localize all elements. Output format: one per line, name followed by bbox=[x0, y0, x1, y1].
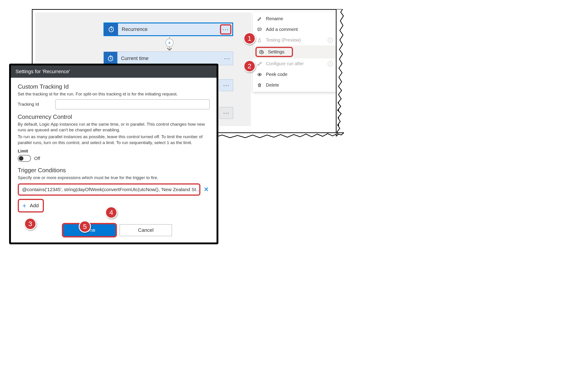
menu-item-settings[interactable]: Settings bbox=[255, 47, 293, 57]
menu-label: Configure run after bbox=[266, 61, 304, 66]
add-condition-button[interactable]: ＋ Add bbox=[18, 199, 44, 212]
callout-5: 5 bbox=[79, 220, 91, 233]
concurrency-desc2: To run as many parallel instances as pos… bbox=[18, 134, 210, 145]
trigger-desc: Specify one or more expressions which mu… bbox=[18, 175, 210, 181]
cancel-button[interactable]: Cancel bbox=[120, 224, 172, 236]
menu-label: Peek code bbox=[266, 72, 287, 77]
card-context-menu: Rename Add a comment Testing (Preview) i bbox=[253, 12, 337, 92]
menu-label: Delete bbox=[266, 83, 279, 88]
svg-point-9 bbox=[259, 74, 260, 75]
limit-toggle[interactable] bbox=[18, 155, 31, 162]
dialog-title: Settings for 'Recurrence' bbox=[11, 65, 217, 78]
plus-icon: ＋ bbox=[21, 201, 28, 210]
card-more-button[interactable]: ··· bbox=[222, 55, 233, 62]
tracking-id-input[interactable] bbox=[56, 99, 210, 109]
limit-state: Off bbox=[34, 156, 40, 161]
limit-label: Limit bbox=[18, 149, 210, 154]
flow-card-title: Recurrence bbox=[118, 26, 220, 32]
comment-icon bbox=[257, 27, 262, 32]
arrow-down-icon bbox=[167, 47, 172, 52]
branch-icon bbox=[257, 62, 262, 66]
gear-icon bbox=[259, 50, 264, 54]
menu-label: Add a comment bbox=[266, 27, 298, 32]
add-label: Add bbox=[30, 203, 39, 209]
callout-4: 4 bbox=[105, 206, 117, 219]
flask-icon bbox=[257, 38, 262, 42]
menu-item-configure-run-after: Configure run after i bbox=[253, 58, 337, 69]
callout-1: 1 bbox=[243, 32, 256, 44]
menu-item-add-comment[interactable]: Add a comment bbox=[253, 24, 337, 35]
trigger-heading: Trigger Conditions bbox=[18, 167, 210, 174]
info-icon[interactable]: i bbox=[328, 38, 333, 43]
menu-label: Rename bbox=[266, 16, 283, 21]
trigger-condition-input[interactable]: @contains('12345', string(dayOfWeek(conv… bbox=[18, 183, 200, 196]
flow-card-recurrence[interactable]: Recurrence ··· bbox=[104, 23, 233, 36]
pencil-icon bbox=[257, 17, 262, 21]
svg-rect-8 bbox=[260, 62, 261, 63]
concurrency-desc1: By default, Logic App instances run at t… bbox=[18, 121, 210, 133]
cancel-label: Cancel bbox=[138, 227, 153, 233]
tracking-heading: Custom Tracking Id bbox=[18, 83, 210, 90]
tracking-desc: Set the tracking id for the run. For spl… bbox=[18, 91, 210, 97]
menu-item-settings-wrapper: Settings bbox=[253, 45, 337, 58]
menu-label: Settings bbox=[268, 49, 284, 55]
callout-2: 2 bbox=[243, 60, 256, 72]
trash-icon bbox=[257, 83, 262, 87]
menu-label: Testing (Preview) bbox=[266, 38, 301, 43]
menu-item-peek-code[interactable]: Peek code bbox=[253, 69, 337, 80]
tracking-id-label: Tracking Id bbox=[18, 102, 52, 107]
flow-card-title: Current time bbox=[117, 56, 222, 61]
menu-item-rename[interactable]: Rename bbox=[253, 14, 337, 24]
flow-card-current-time[interactable]: Current time ··· bbox=[104, 52, 233, 65]
schedule-icon bbox=[104, 52, 117, 65]
delete-condition-button[interactable]: ✕ bbox=[203, 186, 210, 193]
card-more-button[interactable]: ··· bbox=[220, 79, 233, 91]
more-icon: ··· bbox=[223, 26, 229, 33]
concurrency-heading: Concurrency Control bbox=[18, 113, 210, 120]
card-more-button[interactable]: ··· bbox=[220, 107, 233, 119]
info-icon[interactable]: i bbox=[328, 61, 333, 66]
svg-point-6 bbox=[261, 51, 262, 53]
card-more-button[interactable]: ··· bbox=[220, 24, 231, 35]
eye-icon bbox=[257, 72, 262, 77]
schedule-icon bbox=[104, 23, 118, 35]
menu-item-testing: Testing (Preview) i bbox=[253, 35, 337, 45]
svg-rect-7 bbox=[258, 64, 259, 65]
trigger-condition-value: @contains('12345', string(dayOfWeek(conv… bbox=[22, 187, 200, 192]
add-step-button[interactable]: ＋ bbox=[165, 39, 174, 47]
callout-3: 3 bbox=[24, 218, 36, 230]
torn-edge-right bbox=[335, 9, 344, 136]
menu-item-delete[interactable]: Delete bbox=[253, 80, 337, 90]
